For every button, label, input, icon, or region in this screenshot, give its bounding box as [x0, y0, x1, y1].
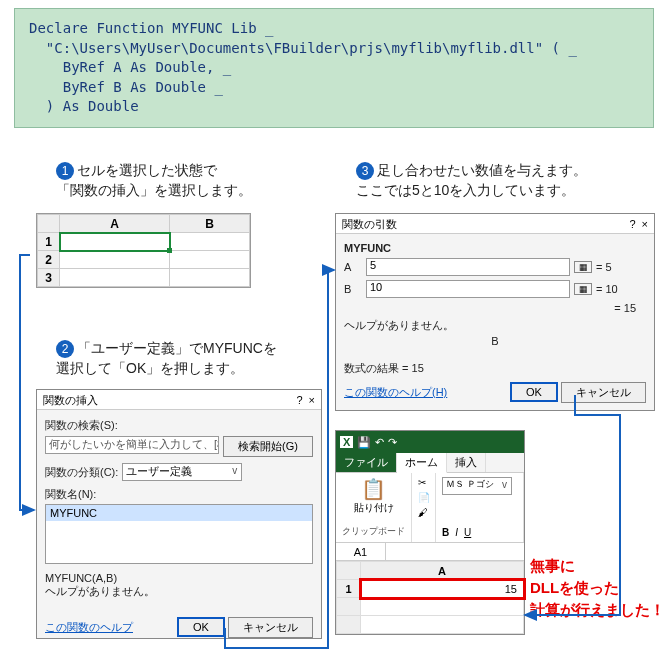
insert-function-dialog: 関数の挿入 ? × 関数の検索(S): 何がしたいかを簡単に入力して、[検索開始… — [36, 389, 322, 639]
corner-cell[interactable] — [337, 562, 361, 580]
row-header-1[interactable]: 1 — [38, 233, 60, 251]
arg-b-input[interactable]: 10 — [366, 280, 570, 298]
function-arguments-dialog: 関数の引数 ? × MYFUNC A 5 ▦ = 5 B 10 ▦ = 10 =… — [335, 213, 655, 411]
close-icon[interactable]: × — [309, 390, 315, 409]
function-signature: MYFUNC(A,B) — [45, 572, 313, 584]
clipboard-group: 📋 貼り付け クリップボード — [336, 473, 412, 542]
category-select[interactable]: ユーザー定義 — [122, 463, 242, 481]
qat-save-icon[interactable]: 💾 — [357, 436, 371, 449]
search-start-button[interactable]: 検索開始(G) — [223, 436, 313, 457]
range-picker-icon[interactable]: ▦ — [574, 261, 592, 273]
tab-home[interactable]: ホーム — [397, 453, 447, 473]
clipboard-group-label: クリップボード — [342, 525, 405, 538]
ribbon-tabs: ファイル ホーム 挿入 — [336, 453, 524, 473]
function-help-link[interactable]: この関数のヘルプ — [45, 620, 133, 635]
cell-blank[interactable] — [361, 616, 524, 634]
step-1-text: 1セルを選択した状態で 「関数の挿入」を選択します。 — [56, 160, 252, 201]
help-icon[interactable]: ? — [296, 390, 302, 409]
name-box[interactable]: A1 — [336, 543, 386, 560]
code-block: Declare Function MYFUNC Lib _ "C:\Users\… — [14, 8, 654, 128]
step-3-text: 3足し合わせたい数値を与えます。 ここでは5と10を入力しています。 — [356, 160, 587, 201]
col-header-a[interactable]: A — [361, 562, 524, 580]
close-icon[interactable]: × — [642, 214, 648, 233]
arg-a-input[interactable]: 5 — [366, 258, 570, 276]
formula-result: 数式の結果 = 15 — [344, 361, 646, 376]
search-label: 関数の検索(S): — [45, 418, 313, 433]
no-help-text: ヘルプがありません。 — [344, 318, 646, 333]
copy-icon[interactable]: 📄 — [418, 492, 429, 503]
row-header-2[interactable]: 2 — [38, 251, 60, 269]
help-icon[interactable]: ? — [629, 214, 635, 233]
ok-button[interactable]: OK — [510, 382, 558, 402]
paste-icon[interactable]: 📋 — [342, 477, 405, 501]
no-help-text: ヘルプがありません。 — [45, 584, 313, 599]
arg-b-eval: = 10 — [596, 283, 646, 295]
step-1-body: セルを選択した状態で 「関数の挿入」を選択します。 — [56, 162, 252, 198]
row-header-blank[interactable] — [337, 598, 361, 616]
ribbon: 📋 貼り付け クリップボード ✂ 📄 🖌 ＭＳ Ｐゴシ B I U — [336, 473, 524, 543]
step-3-badge: 3 — [356, 162, 374, 180]
range-picker-icon[interactable]: ▦ — [574, 283, 592, 295]
function-item-myfunc[interactable]: MYFUNC — [46, 505, 312, 521]
dialog-title: 関数の引数 — [342, 214, 397, 233]
bold-button[interactable]: B — [442, 527, 449, 538]
italic-button[interactable]: I — [455, 527, 458, 538]
cell-a2[interactable] — [60, 251, 170, 269]
formula-bar: A1 — [336, 543, 524, 561]
col-header-b[interactable]: B — [170, 215, 250, 233]
col-header-a[interactable]: A — [60, 215, 170, 233]
row-header-1[interactable]: 1 — [337, 580, 361, 598]
row-header-blank[interactable] — [337, 616, 361, 634]
corner-cell[interactable] — [38, 215, 60, 233]
cancel-button[interactable]: キャンセル — [228, 617, 313, 638]
cell-a1[interactable] — [60, 233, 170, 251]
excel-logo-icon: X — [340, 436, 353, 448]
funcname-label: 関数名(N): — [45, 487, 313, 502]
tab-file[interactable]: ファイル — [336, 453, 397, 472]
cell-a1-result[interactable]: 15 — [361, 580, 524, 598]
category-label: 関数の分類(C): — [45, 465, 118, 480]
dialog-title: 関数の挿入 — [43, 390, 98, 409]
function-listbox[interactable]: MYFUNC — [45, 504, 313, 564]
dialog-titlebar: 関数の引数 ? × — [336, 214, 654, 234]
step-2-body: 「ユーザー定義」でMYFUNCを 選択して「OK」を押します。 — [56, 340, 277, 376]
arg-b-label: B — [344, 283, 362, 295]
cell-blank[interactable] — [361, 598, 524, 616]
clipboard-small-buttons: ✂ 📄 🖌 — [412, 473, 436, 542]
qat-undo-icon[interactable]: ↶ — [375, 436, 384, 449]
font-select[interactable]: ＭＳ Ｐゴシ — [442, 477, 512, 495]
step-3-body: 足し合わせたい数値を与えます。 ここでは5と10を入力しています。 — [356, 162, 587, 198]
step-1-badge: 1 — [56, 162, 74, 180]
excel-titlebar: X 💾 ↶ ↷ — [336, 431, 524, 453]
step-2-text: 2「ユーザー定義」でMYFUNCを 選択して「OK」を押します。 — [56, 338, 277, 379]
cell-a3[interactable] — [60, 269, 170, 287]
font-group: ＭＳ Ｐゴシ B I U — [436, 473, 524, 542]
arg-a-label: A — [344, 261, 362, 273]
formula-input[interactable] — [386, 543, 524, 560]
row-header-3[interactable]: 3 — [38, 269, 60, 287]
underline-button[interactable]: U — [464, 527, 471, 538]
arg-a-eval: = 5 — [596, 261, 646, 273]
step-2-badge: 2 — [56, 340, 74, 358]
ok-button[interactable]: OK — [177, 617, 225, 637]
cut-icon[interactable]: ✂ — [418, 477, 429, 488]
cell-b2[interactable] — [170, 251, 250, 269]
function-help-link[interactable]: この関数のヘルプ(H) — [344, 385, 447, 400]
cell-b3[interactable] — [170, 269, 250, 287]
current-arg-label: B — [344, 335, 646, 347]
spreadsheet-selection: A B 1 2 3 — [36, 213, 251, 288]
cancel-button[interactable]: キャンセル — [561, 382, 646, 403]
inline-result: = 15 — [344, 302, 646, 314]
paste-label[interactable]: 貼り付け — [342, 501, 405, 515]
format-painter-icon[interactable]: 🖌 — [418, 507, 429, 518]
dialog-titlebar: 関数の挿入 ? × — [37, 390, 321, 410]
tab-insert[interactable]: 挿入 — [447, 453, 486, 472]
qat-redo-icon[interactable]: ↷ — [388, 436, 397, 449]
cell-b1[interactable] — [170, 233, 250, 251]
result-callout: 無事に DLLを使った 計算が行えました！ — [530, 555, 665, 620]
excel-result-window: X 💾 ↶ ↷ ファイル ホーム 挿入 📋 貼り付け クリップボード ✂ 📄 🖌… — [335, 430, 525, 635]
result-grid: A 1 15 — [336, 561, 524, 634]
function-name: MYFUNC — [344, 242, 646, 254]
search-input[interactable]: 何がしたいかを簡単に入力して、[検索開始] をクリックしてください。 — [45, 436, 219, 454]
